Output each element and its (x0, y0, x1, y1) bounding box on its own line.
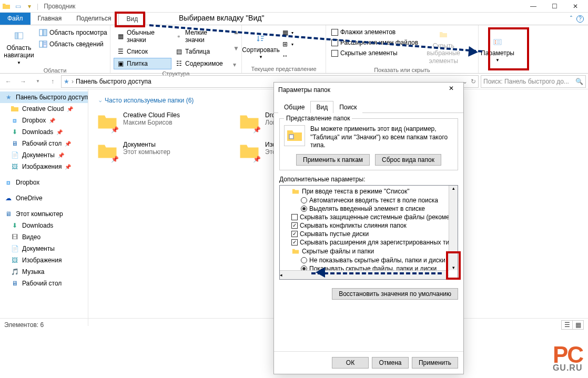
dialog-close-button[interactable]: ✕ (443, 85, 459, 95)
view-large-icons-button[interactable]: ▦ (572, 320, 584, 330)
sidebar-item-dropbox[interactable]: ⧈Dropbox📌 (0, 115, 88, 126)
svg-rect-0 (15, 33, 18, 39)
tree-label: При вводе текста в режиме "Список" (302, 188, 410, 195)
sidebar-pc-music[interactable]: 🎵Музыка (0, 266, 88, 278)
forward-button[interactable]: → (17, 75, 29, 88)
folder-icon: 📌 (239, 141, 260, 162)
sidebar-onedrive[interactable]: ☁OneDrive (0, 192, 88, 204)
layout-expand-icon[interactable]: ▾ (233, 61, 239, 68)
folder-icon (291, 247, 300, 256)
search-input[interactable]: Поиск: Панель быстрого до... 🔍 (481, 75, 586, 88)
item-checkboxes-toggle[interactable]: Флажки элементов (329, 27, 420, 37)
layout-content[interactable]: ☷Содержимое (172, 58, 230, 69)
sidebar-item-creative-cloud[interactable]: Creative Cloud📌 (0, 103, 88, 115)
maximize-button[interactable]: ☐ (544, 1, 565, 12)
sidebar-this-pc[interactable]: 🖥Этот компьютер (0, 208, 88, 220)
fit-columns-button[interactable]: ↔ (279, 50, 296, 61)
layout-scroll-down-icon[interactable]: ▼ (233, 45, 239, 52)
up-button[interactable]: ↑ (46, 75, 59, 88)
sidebar-pc-pictures[interactable]: 🖼Изображения (0, 254, 88, 266)
radio-icon[interactable] (301, 197, 307, 203)
tile-name: Документы (123, 141, 170, 148)
layout-small-icons[interactable]: ▫Мелкие значки (172, 27, 230, 45)
sort-button[interactable]: Сортировать▼ (245, 27, 277, 65)
checkbox-icon[interactable]: ✓ (291, 239, 298, 246)
ok-button[interactable]: ОК (332, 357, 369, 369)
cancel-button[interactable]: Отмена (372, 357, 409, 369)
advanced-settings-tree[interactable]: При вводе текста в режиме "Список"Автома… (279, 185, 458, 280)
tab-share[interactable]: Поделиться (69, 13, 118, 25)
sidebar-item-pictures[interactable]: 🖼Изображения📌 (0, 161, 88, 172)
pin-icon: 📌 (111, 156, 119, 163)
dialog-title: Параметры папок (278, 86, 330, 94)
close-button[interactable]: ✕ (565, 1, 586, 12)
back-button[interactable]: ← (2, 75, 15, 88)
tree-row[interactable]: При вводе текста в режиме "Список" (282, 187, 455, 196)
sidebar-dropbox-root[interactable]: ⧈Dropbox (0, 177, 88, 188)
reset-folders-button[interactable]: Сброс вида папок (375, 154, 441, 166)
tree-row[interactable]: ✓Скрывать пустые диски (282, 230, 455, 238)
hidden-items-toggle[interactable]: Скрытые элементы (329, 48, 420, 58)
apply-to-folders-button[interactable]: Применить к папкам (296, 154, 370, 166)
dialog-tab-general[interactable]: Общие (278, 101, 310, 113)
tile-item[interactable]: 📌ДокументыЭтот компьютер (95, 139, 221, 164)
tree-row[interactable]: ✓Скрывать расширения для зарегистрирован… (282, 238, 455, 247)
layout-medium-icons[interactable]: ▦Обычные значки (114, 27, 171, 45)
tab-file[interactable]: Файл (0, 13, 31, 25)
radio-icon[interactable] (301, 257, 307, 263)
sidebar-pc-videos[interactable]: 🎞Видео (0, 231, 88, 243)
ribbon-tabs: Файл Главная Поделиться Вид ˆ ? (0, 13, 588, 25)
preview-pane-button[interactable]: Область просмотра (37, 27, 109, 38)
add-columns-button[interactable]: ⊞▾ (279, 39, 296, 49)
radio-icon[interactable] (301, 206, 307, 212)
tree-vscrollbar[interactable]: ▴▾ (449, 186, 458, 270)
tree-hscrollbar[interactable]: ◂▸ (280, 270, 449, 279)
details-pane-button[interactable]: Область сведений (37, 39, 109, 49)
tree-label: Выделять введенный элемент в списке (309, 205, 425, 212)
dialog-tab-view[interactable]: Вид (310, 101, 333, 113)
groupby-button[interactable]: ▦▾ (279, 27, 296, 38)
qat-properties-icon[interactable]: ▭ (14, 2, 22, 11)
refresh-icon[interactable]: ↻ (471, 78, 476, 85)
tree-row[interactable]: Автоматически вводить текст в поле поиск… (282, 196, 455, 205)
restore-defaults-button[interactable]: Восстановить значения по умолчанию (332, 288, 458, 300)
tile-name: Creative Cloud Files (123, 111, 180, 119)
tree-row[interactable]: Скрывать защищенные системные файлы (рек… (282, 213, 455, 221)
search-icon[interactable]: 🔍 (575, 78, 583, 85)
checkbox-icon[interactable] (291, 214, 298, 220)
sidebar-pc-downloads[interactable]: ⬇Downloads (0, 220, 88, 231)
sidebar-item-desktop[interactable]: 🖥Рабочий стол📌 (0, 138, 88, 149)
tree-row[interactable]: Выделять введенный элемент в списке (282, 205, 455, 213)
layout-list[interactable]: ☰Список (114, 46, 171, 57)
checkbox-icon[interactable]: ✓ (291, 231, 298, 237)
qat-newfolder-icon[interactable]: ▾ (25, 2, 34, 11)
tree-row[interactable]: Не показывать скрытые файлы, папки и дис… (282, 256, 455, 264)
checkbox-icon[interactable]: ✓ (291, 222, 298, 229)
sidebar-quick-access[interactable]: ★Панель быстрого доступа (0, 91, 88, 103)
filename-extensions-toggle[interactable]: Расширения имен файлов (329, 38, 420, 47)
navigation-pane-button[interactable]: Область навигации ▼ (3, 27, 35, 66)
tab-home[interactable]: Главная (31, 13, 69, 25)
watermark: PC GU.RU (553, 345, 583, 372)
options-button[interactable]: Параметры▼ (482, 27, 513, 71)
tile-item[interactable]: 📌Creative Cloud FilesМаксим Борисов (95, 109, 221, 135)
layout-tiles[interactable]: ▣Плитка (114, 58, 171, 69)
tree-row[interactable]: Скрытые файлы и папки (282, 247, 455, 256)
apply-button[interactable]: Применить (412, 357, 458, 369)
sidebar-pc-desktop[interactable]: 🖥Рабочий стол (0, 278, 88, 289)
tree-row[interactable]: ✓Скрывать конфликты слияния папок (282, 221, 455, 230)
layout-scroll-up-icon[interactable]: ▲ (233, 28, 239, 36)
sidebar-item-documents[interactable]: 📄Документы📌 (0, 149, 88, 161)
sidebar-item-downloads[interactable]: ⬇Downloads📌 (0, 126, 88, 138)
tab-view[interactable]: Вид (118, 13, 146, 25)
view-details-button[interactable]: ☰ (561, 320, 573, 330)
recent-button[interactable]: ▼ (32, 75, 44, 88)
navigation-sidebar: ★Панель быстрого доступа Creative Cloud📌… (0, 89, 88, 326)
dialog-tab-search[interactable]: Поиск (333, 101, 362, 113)
sidebar-pc-documents[interactable]: 📄Документы (0, 243, 88, 254)
hide-selected-button[interactable]: Скрыть выбранные элементы (422, 27, 464, 66)
layout-details[interactable]: ▤Таблица (172, 46, 230, 57)
ribbon-collapse-icon[interactable]: ˆ (570, 15, 572, 23)
help-icon[interactable]: ? (576, 15, 584, 23)
minimize-button[interactable]: — (523, 1, 544, 12)
